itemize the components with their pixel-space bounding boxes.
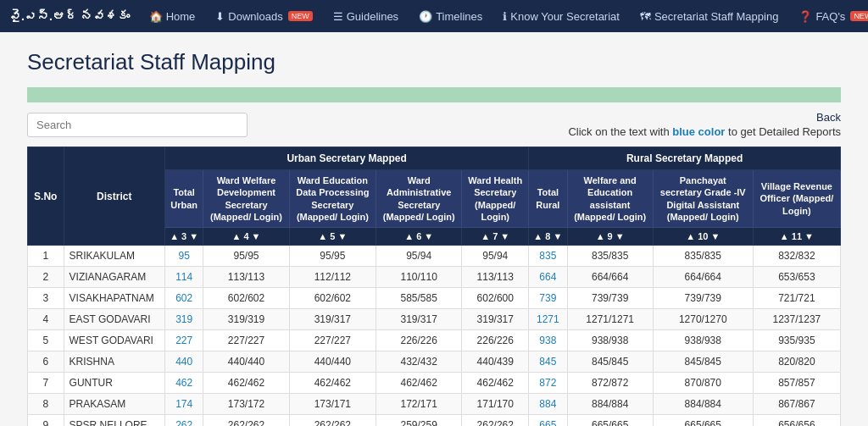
col-header-sno: S.No (28, 147, 64, 246)
data-cell[interactable]: 602 (165, 288, 203, 309)
table-row: 1SRIKAKULAM9595/9595/9595/9495/94835835/… (28, 246, 841, 267)
data-cell[interactable]: 440 (165, 351, 203, 373)
data-cell: 95/94 (462, 246, 529, 267)
blue-color-word: blue color (672, 125, 725, 138)
faqs-badge: NEW (850, 11, 868, 21)
sno-cell: 4 (28, 309, 64, 330)
col-header-total-rural: TotalRural (529, 170, 567, 228)
data-cell: 171/170 (462, 394, 529, 415)
district-cell: PRAKASAM (64, 394, 164, 415)
data-cell: 319/319 (203, 309, 289, 330)
data-cell: 262/262 (203, 415, 289, 426)
sno-cell: 9 (28, 415, 64, 426)
col-sort-2[interactable]: ▲ 4 ▼ (203, 228, 289, 246)
data-cell: 1237/1237 (753, 309, 840, 330)
nav-faqs[interactable]: ❓ FAQ's NEW (790, 0, 868, 32)
nav-home[interactable]: 🏠 Home (141, 0, 204, 32)
back-link[interactable]: Back (568, 111, 841, 124)
sno-cell: 2 (28, 267, 64, 288)
data-cell: 602/602 (289, 288, 376, 309)
nav-guidelines[interactable]: ☰ Guidelines (325, 0, 407, 32)
district-cell: KRISHNA (64, 351, 164, 373)
data-cell[interactable]: 845 (529, 351, 567, 373)
data-cell: 1271/1271 (567, 309, 653, 330)
district-cell: SRIKAKULAM (64, 246, 164, 267)
downloads-badge: NEW (288, 11, 313, 21)
sno-cell: 3 (28, 288, 64, 309)
data-cell: 259/259 (376, 415, 462, 426)
data-cell: 845/845 (567, 351, 653, 373)
data-cell: 664/664 (653, 267, 753, 288)
data-cell[interactable]: 319 (165, 309, 203, 330)
district-cell: GUNTUR (64, 373, 164, 394)
data-cell[interactable]: 462 (165, 373, 203, 394)
table-row: 2VIZIANAGARAM114113/113112/112110/110113… (28, 267, 841, 288)
search-input[interactable] (27, 113, 248, 137)
data-cell[interactable]: 872 (529, 373, 567, 394)
col-sort-7[interactable]: ▲ 9 ▼ (567, 228, 653, 246)
data-cell: 665/665 (567, 415, 653, 426)
data-cell[interactable]: 665 (529, 415, 567, 426)
data-cell: 262/262 (462, 415, 529, 426)
data-cell: 665/665 (653, 415, 753, 426)
col-sort-5[interactable]: ▲ 7 ▼ (462, 228, 529, 246)
data-cell[interactable]: 174 (165, 394, 203, 415)
col-sort-4[interactable]: ▲ 6 ▼ (376, 228, 462, 246)
table-row: 8PRAKASAM174173/172173/171172/171171/170… (28, 394, 841, 415)
data-cell: 721/721 (753, 288, 840, 309)
data-cell: 440/440 (203, 351, 289, 373)
col-header-total-urban: TotalUrban (165, 170, 203, 228)
home-icon: 🏠 (149, 10, 163, 23)
data-cell[interactable]: 114 (165, 267, 203, 288)
district-cell: EAST GODAVARI (64, 309, 164, 330)
data-cell[interactable]: 664 (529, 267, 567, 288)
data-cell: 95/94 (376, 246, 462, 267)
data-cell: 226/226 (376, 330, 462, 351)
brand-logo: వై.ఎస్.ఆర్ నవశకం (8, 9, 129, 23)
data-cell: 172/171 (376, 394, 462, 415)
data-cell: 113/113 (462, 267, 529, 288)
table-row: 5WEST GODAVARI227227/227227/227226/22622… (28, 330, 841, 351)
data-cell: 110/110 (376, 267, 462, 288)
col-header-ward-education: Ward EducationData ProcessingSecretary(M… (289, 170, 376, 228)
data-cell: 95/95 (289, 246, 376, 267)
data-cell[interactable]: 1271 (529, 309, 567, 330)
data-cell[interactable]: 938 (529, 330, 567, 351)
sno-cell: 5 (28, 330, 64, 351)
sno-cell: 6 (28, 351, 64, 373)
col-header-ward-welfare: Ward WelfareDevelopmentSecretary(Mapped/… (203, 170, 289, 228)
col-header-district: District (64, 147, 164, 246)
data-cell: 820/820 (753, 351, 840, 373)
data-cell: 739/739 (567, 288, 653, 309)
data-cell[interactable]: 262 (165, 415, 203, 426)
data-cell[interactable]: 884 (529, 394, 567, 415)
data-cell: 462/462 (376, 373, 462, 394)
nav-timelines[interactable]: 🕐 Timelines (410, 0, 491, 32)
data-cell: 884/884 (653, 394, 753, 415)
data-cell[interactable]: 227 (165, 330, 203, 351)
col-header-panchayat: Panchayatsecretary Grade -IVDigital Assi… (653, 170, 753, 228)
col-group-urban: Urban Secretary Mapped (165, 147, 529, 170)
col-sort-6[interactable]: ▲ 8 ▼ (529, 228, 567, 246)
data-cell[interactable]: 835 (529, 246, 567, 267)
data-cell: 173/171 (289, 394, 376, 415)
data-cell: 95/95 (203, 246, 289, 267)
nav-downloads[interactable]: ⬇ Downloads NEW (207, 0, 320, 32)
nav-staff-mapping[interactable]: 🗺 Secretariat Staff Mapping (632, 0, 787, 32)
clock-icon: 🕐 (419, 10, 432, 23)
faq-icon: ❓ (798, 10, 812, 23)
data-cell: 664/664 (567, 267, 653, 288)
district-cell: VIZIANAGARAM (64, 267, 164, 288)
col-sort-9[interactable]: ▲ 11 ▼ (753, 228, 840, 246)
data-cell: 227/227 (289, 330, 376, 351)
info-icon: ℹ (503, 10, 507, 23)
data-cell[interactable]: 95 (165, 246, 203, 267)
col-sort-1[interactable]: ▲ 3 ▼ (165, 228, 203, 246)
data-cell[interactable]: 739 (529, 288, 567, 309)
data-cell: 319/317 (462, 309, 529, 330)
sno-cell: 1 (28, 246, 64, 267)
nav-know-your[interactable]: ℹ Know Your Secretariat (494, 0, 628, 32)
col-sort-8[interactable]: ▲ 10 ▼ (653, 228, 753, 246)
col-sort-3[interactable]: ▲ 5 ▼ (289, 228, 376, 246)
data-cell: 884/884 (567, 394, 653, 415)
